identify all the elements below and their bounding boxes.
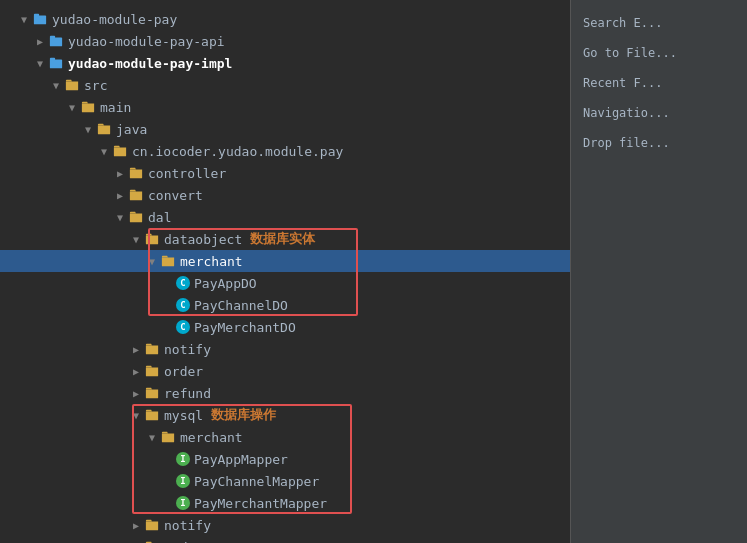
tree-item[interactable]: java [0, 118, 570, 140]
tree-item[interactable]: yudao-module-pay [0, 8, 570, 30]
tree-item[interactable]: yudao-module-pay-api [0, 30, 570, 52]
file-tree: yudao-module-pay yudao-module-pay-api yu… [0, 0, 570, 543]
item-label: PayMerchantDO [194, 320, 296, 335]
folder-icon [144, 407, 160, 423]
tree-item[interactable]: yudao-module-pay-impl [0, 52, 570, 74]
folder-icon [96, 121, 112, 137]
tree-item[interactable]: I PayMerchantMapper [0, 492, 570, 514]
file-icon-cyan: C [176, 276, 190, 290]
arrow-icon [32, 36, 48, 47]
folder-icon [128, 209, 144, 225]
search-everywhere-label: Search E... [583, 16, 662, 30]
tree-item[interactable]: src [0, 74, 570, 96]
folder-icon [128, 187, 144, 203]
item-label: yudao-module-pay [52, 12, 177, 27]
tree-item[interactable]: main [0, 96, 570, 118]
arrow-icon [80, 124, 96, 135]
navigation-bar-label: Navigatio... [583, 106, 670, 120]
file-icon-cyan: C [176, 320, 190, 334]
tree-item-merchant2[interactable]: merchant [0, 426, 570, 448]
arrow-icon [144, 432, 160, 443]
module-icon [32, 11, 48, 27]
tree-item[interactable]: C PayChannelDO [0, 294, 570, 316]
tree-item[interactable]: order [0, 536, 570, 543]
tree-item[interactable]: dal [0, 206, 570, 228]
folder-icon [144, 363, 160, 379]
tree-item[interactable]: I PayChannelMapper [0, 470, 570, 492]
tree-item[interactable]: refund [0, 382, 570, 404]
item-label: main [100, 100, 131, 115]
arrow-icon [128, 520, 144, 531]
folder-icon [80, 99, 96, 115]
drop-files-label: Drop file... [583, 136, 670, 150]
svg-rect-1 [34, 14, 39, 17]
item-label: merchant [180, 430, 243, 445]
arrow-icon [128, 388, 144, 399]
module-icon [48, 55, 64, 71]
arrow-icon [112, 212, 128, 223]
tree-item[interactable]: notify [0, 338, 570, 360]
annotation-text: 数据库实体 [250, 230, 315, 248]
tree-item-mysql[interactable]: mysql 数据库操作 [0, 404, 570, 426]
tree-item[interactable]: notify [0, 514, 570, 536]
tree-item[interactable]: cn.iocoder.yudao.module.pay [0, 140, 570, 162]
tree-item[interactable]: I PayAppMapper [0, 448, 570, 470]
svg-rect-5 [50, 58, 55, 61]
tree-container: yudao-module-pay yudao-module-pay-api yu… [0, 8, 570, 543]
arrow-icon [96, 146, 112, 157]
arrow-icon [128, 410, 144, 421]
item-label: yudao-module-pay-api [68, 34, 225, 49]
folder-icon [144, 231, 160, 247]
tree-item-merchant[interactable]: merchant [0, 250, 570, 272]
tree-item[interactable]: controller [0, 162, 570, 184]
folder-icon [144, 341, 160, 357]
recent-files-button[interactable]: Recent F... [571, 68, 747, 98]
folder-icon [144, 517, 160, 533]
item-label: controller [148, 166, 226, 181]
tree-item[interactable]: dataobject 数据库实体 [0, 228, 570, 250]
folder-icon [144, 539, 160, 543]
folder-icon [64, 77, 80, 93]
item-label: order [164, 540, 203, 544]
item-label: PayChannelMapper [194, 474, 319, 489]
arrow-icon [112, 190, 128, 201]
item-label: cn.iocoder.yudao.module.pay [132, 144, 343, 159]
drop-files-button[interactable]: Drop file... [571, 128, 747, 158]
item-label: PayAppMapper [194, 452, 288, 467]
svg-rect-2 [50, 38, 62, 47]
arrow-icon [64, 102, 80, 113]
file-icon-green: I [176, 474, 190, 488]
item-label: dataobject [164, 232, 242, 247]
item-label: refund [164, 386, 211, 401]
folder-icon [128, 165, 144, 181]
tree-item[interactable]: convert [0, 184, 570, 206]
tree-item[interactable]: order [0, 360, 570, 382]
arrow-icon [16, 14, 32, 25]
search-everywhere-button[interactable]: Search E... [571, 8, 747, 38]
right-panel: Search E... Go to File... Recent F... Na… [570, 0, 747, 543]
svg-rect-4 [50, 60, 62, 69]
module-icon [48, 33, 64, 49]
folder-icon [112, 143, 128, 159]
folder-icon [144, 385, 160, 401]
item-label: notify [164, 518, 211, 533]
item-label: java [116, 122, 147, 137]
item-label: merchant [180, 254, 243, 269]
arrow-icon [32, 58, 48, 69]
file-icon-cyan: C [176, 298, 190, 312]
folder-icon [160, 253, 176, 269]
item-label: PayChannelDO [194, 298, 288, 313]
arrow-icon [48, 80, 64, 91]
file-icon-green: I [176, 496, 190, 510]
folder-icon [160, 429, 176, 445]
navigation-bar-button[interactable]: Navigatio... [571, 98, 747, 128]
tree-item[interactable]: C PayAppDO [0, 272, 570, 294]
annotation-mysql: 数据库操作 [211, 406, 276, 424]
arrow-icon [144, 256, 160, 267]
svg-rect-0 [34, 16, 46, 25]
item-label: mysql [164, 408, 203, 423]
item-label: yudao-module-pay-impl [68, 56, 232, 71]
item-label: src [84, 78, 107, 93]
tree-item[interactable]: C PayMerchantDO [0, 316, 570, 338]
go-to-file-button[interactable]: Go to File... [571, 38, 747, 68]
